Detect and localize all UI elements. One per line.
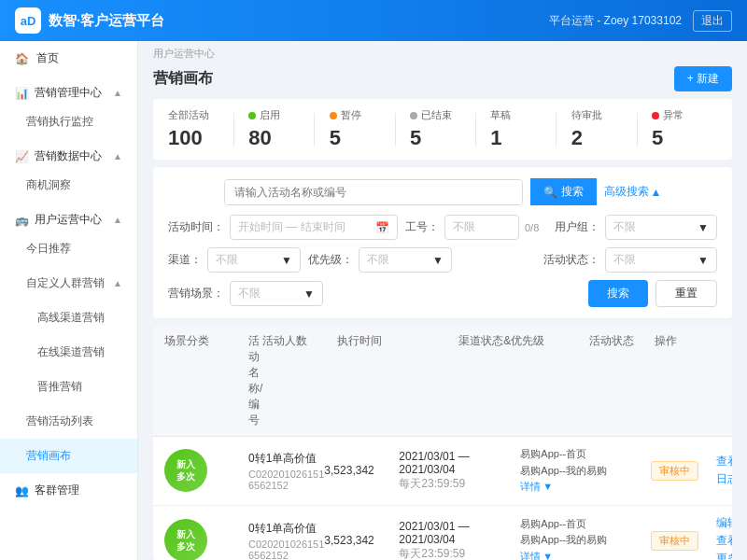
sidebar-label-online-channel: 在线渠道营销	[37, 344, 105, 360]
do-search-button[interactable]: 搜索	[588, 280, 648, 307]
chevron-down-icon6: ▼	[543, 479, 553, 496]
logo: aD 数智·客户运营平台	[15, 7, 164, 34]
stat-all-label: 全部活动	[168, 108, 218, 122]
row1-tag: 新入 多次	[164, 449, 207, 492]
header: aD 数智·客户运营平台 平台运营 - Zoey 17033102 退出	[0, 0, 747, 41]
chevron-down-icon: ▼	[698, 221, 709, 234]
stat-paused-value: 5	[330, 126, 380, 150]
filter-time-input[interactable]: 开始时间 — 结束时间 📅	[230, 215, 398, 240]
row1-name: 0转1单高价值	[248, 451, 324, 467]
row2-scene: 新入 多次	[164, 519, 248, 560]
sidebar-item-high-channel[interactable]: 高线渠道营销	[0, 301, 137, 335]
row2-op-view[interactable]: 查看	[716, 533, 732, 549]
search-main: 🔍 搜索 高级搜索 ▲	[168, 178, 717, 205]
sidebar-section-user-ops[interactable]: 🚌 用户运营中心 ▲	[0, 203, 137, 231]
stat-enabled-label: 启用	[248, 108, 299, 122]
search-input[interactable]	[225, 180, 522, 204]
filter-time-label: 活动时间：	[168, 219, 224, 235]
sidebar-section-customer[interactable]: 👥 客群管理	[0, 473, 137, 502]
stat-paused: 暂停 5	[330, 108, 395, 150]
filter-user: 用户组： 不限 ▼	[555, 215, 717, 240]
row1-ops: 查看详情 日志	[716, 454, 732, 487]
sidebar-label-customer: 客群管理	[35, 483, 79, 498]
dot-ended	[410, 112, 417, 119]
row2-name: 0转1单高价值	[248, 521, 324, 537]
row1-status: 审核中	[651, 461, 716, 481]
filter-status: 活动状态： 不限 ▼	[543, 247, 717, 273]
sidebar-item-push-marketing[interactable]: 晋推营销	[0, 370, 137, 404]
sidebar-label-high-channel: 高线渠道营销	[37, 310, 105, 326]
chevron-up-icon: ▲	[113, 88, 122, 98]
filter-scene-select[interactable]: 不限 ▼	[230, 281, 323, 306]
new-button[interactable]: + 新建	[674, 66, 732, 91]
page-title: 营销画布	[153, 69, 213, 89]
search-filters: 活动时间： 开始时间 — 结束时间 📅 工号： 不限 0/8	[168, 215, 717, 307]
stat-paused-label: 暂停	[330, 108, 380, 122]
row1-channel-detail[interactable]: 详情 ▼	[520, 479, 651, 496]
col-status: 活动状态	[589, 333, 655, 428]
row2-status: 审核中	[651, 531, 716, 551]
sidebar-item-today-recommend[interactable]: 今日推荐	[0, 231, 137, 266]
sidebar-item-exec-monitor[interactable]: 营销执行监控	[0, 105, 137, 139]
search-icon: 🔍	[543, 186, 557, 199]
sidebar-label-today-recommend: 今日推荐	[26, 241, 71, 257]
row1-op-log[interactable]: 日志	[716, 471, 732, 487]
sidebar-label-user-ops: 用户运营中心	[35, 212, 102, 228]
stat-error: 异常 5	[652, 108, 717, 150]
sidebar-section-marketing[interactable]: 📊 营销管理中心 ▲	[0, 76, 137, 105]
col-channel: 渠道状态&优先级	[458, 333, 589, 428]
filter-task-label: 工号：	[405, 219, 439, 235]
chevron-down-icon3: ▼	[432, 254, 444, 267]
row2-op-more[interactable]: 更多	[716, 551, 732, 560]
stat-ended-label: 已结束	[410, 108, 460, 122]
table-row: 新入 多次 0转1单高价值 C020201026151 6562152 3,52…	[153, 437, 732, 506]
filter-scene: 营销场景： 不限 ▼	[168, 281, 323, 306]
row2-time: 2021/03/01 — 2021/03/04 每天23:59:59	[399, 520, 520, 560]
stat-pending: 待审批 2	[571, 108, 637, 150]
sidebar-section-data[interactable]: 📈 营销数据中心 ▲	[0, 139, 137, 168]
row2-op-edit[interactable]: 编辑	[716, 515, 732, 531]
filter-channel-select[interactable]: 不限 ▼	[207, 247, 301, 273]
row1-status-badge: 审核中	[651, 461, 698, 481]
dot-paused	[330, 112, 337, 119]
sidebar-item-online-channel[interactable]: 在线渠道营销	[0, 335, 137, 370]
sidebar-label-push-marketing: 晋推营销	[37, 379, 82, 395]
sidebar-label-data: 营销数据中心	[35, 148, 102, 164]
stat-pending-value: 2	[571, 126, 622, 150]
sidebar-label-custom-group: 自定义人群营销	[26, 275, 105, 291]
stat-all-value: 100	[168, 126, 218, 150]
col-count: 活动人数	[262, 333, 337, 428]
advanced-search-button[interactable]: 高级搜索 ▲	[604, 184, 662, 200]
sidebar-label-insight: 商机洞察	[26, 177, 71, 193]
user-ops-icon: 🚌	[15, 214, 29, 227]
filter-status-select[interactable]: 不限 ▼	[605, 247, 717, 273]
header-right: 平台运营 - Zoey 17033102 退出	[549, 10, 732, 32]
sidebar-item-activity-list[interactable]: 营销活动列表	[0, 404, 137, 439]
sidebar-item-custom-group[interactable]: 自定义人群营销 ▲	[0, 266, 137, 301]
row2-tag: 新入 多次	[164, 519, 207, 560]
stats-bar: 全部活动 100 启用 80 暂停 5 已结束	[153, 99, 732, 160]
search-input-wrap	[224, 179, 523, 205]
app-name: 数智·客户运营平台	[49, 12, 164, 30]
sidebar-item-insight[interactable]: 商机洞察	[0, 168, 137, 203]
logout-button[interactable]: 退出	[693, 10, 732, 32]
filter-priority-select[interactable]: 不限 ▼	[359, 247, 452, 273]
row2-channel-detail[interactable]: 详情 ▼	[520, 549, 651, 560]
row2-status-badge: 审核中	[651, 531, 698, 551]
main-content: 用户运营中心 营销画布 + 新建 全部活动 100 启用 80 暂停	[138, 41, 747, 560]
row2-count: 3,523,342	[324, 534, 399, 547]
search-button[interactable]: 🔍 搜索	[530, 178, 597, 205]
chevron-up-icon3: ▲	[113, 215, 122, 225]
filter-user-select[interactable]: 不限 ▼	[605, 215, 717, 240]
filter-time: 活动时间： 开始时间 — 结束时间 📅	[168, 215, 398, 240]
sidebar-label-marketing: 营销管理中心	[35, 85, 102, 101]
sidebar-item-home[interactable]: 🏠 首页	[0, 41, 137, 76]
reset-button[interactable]: 重置	[655, 280, 717, 307]
filter-task-input[interactable]: 不限	[444, 215, 519, 240]
row1-op-detail[interactable]: 查看详情	[716, 454, 732, 469]
table: 场景分类 活动名称/编号 活动人数 执行时间 渠道状态&优先级 活动状态 操作 …	[153, 326, 732, 560]
logo-icon: aD	[15, 7, 41, 34]
sidebar-item-canvas[interactable]: 营销画布	[0, 439, 137, 473]
calendar-icon: 📅	[375, 221, 389, 234]
stat-ended: 已结束 5	[410, 108, 475, 150]
